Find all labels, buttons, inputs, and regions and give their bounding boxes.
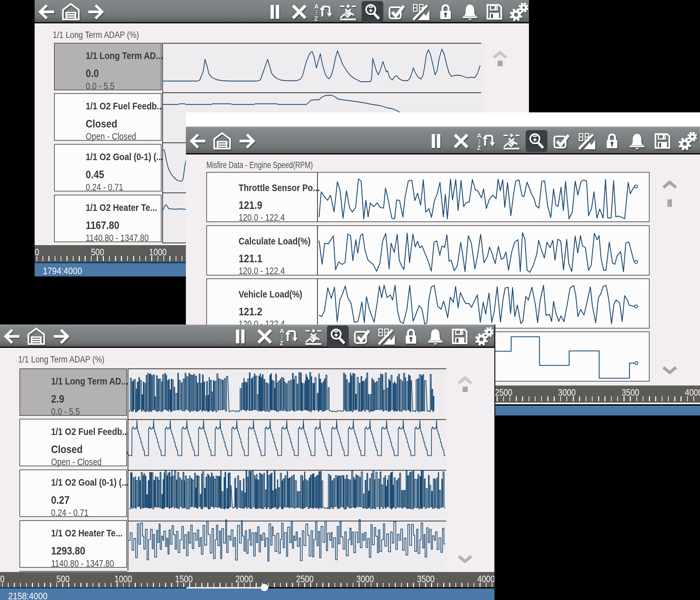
svg-text:A: A bbox=[280, 328, 284, 334]
svg-text:A: A bbox=[315, 3, 319, 10]
svg-text:Z: Z bbox=[315, 16, 318, 21]
svg-text:Z: Z bbox=[280, 340, 283, 346]
